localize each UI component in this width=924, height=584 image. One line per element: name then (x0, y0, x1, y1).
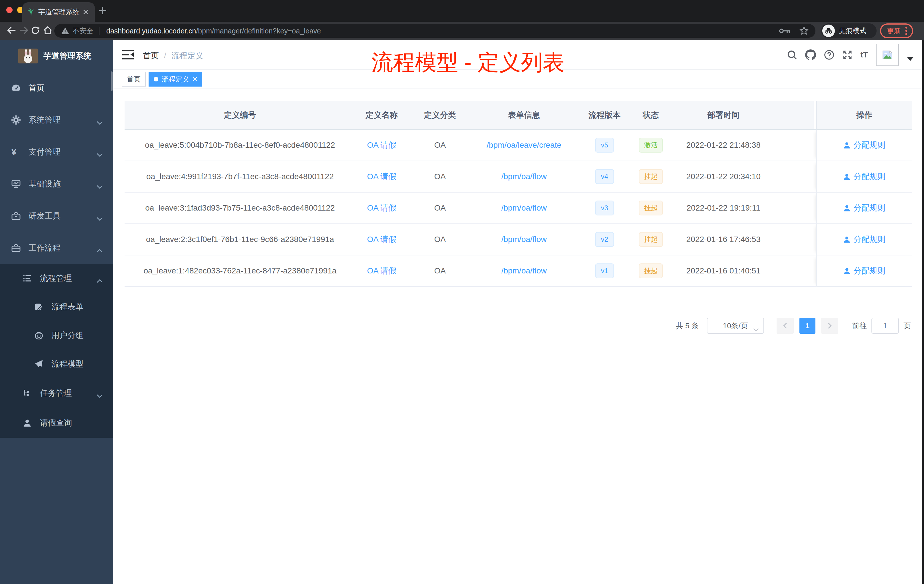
sidebar-item-system[interactable]: 系统管理 (0, 104, 113, 136)
sidebar-collapse-icon[interactable] (122, 50, 134, 62)
version-badge: v5 (595, 138, 614, 153)
sidebar-item-label: 基础设施 (28, 178, 61, 190)
version-badge: v3 (595, 201, 614, 215)
definition-category: OA (408, 224, 472, 255)
sidebar-item-workflow[interactable]: 工作流程 (0, 232, 113, 264)
password-key-icon[interactable] (779, 28, 790, 34)
assign-rule-button[interactable]: 分配规则 (843, 234, 885, 245)
form-link[interactable]: /bpm/oa/flow (502, 235, 547, 244)
deploy-time: 2022-01-16 01:40:51 (668, 256, 778, 286)
window-right-edge (922, 40, 924, 584)
browser-toolbar: 不安全 dashboard.yudao.iocoder.cn/bpm/manag… (0, 22, 924, 40)
assign-rule-button[interactable]: 分配规则 (843, 171, 885, 182)
sidebar-item-label: 流程管理 (40, 273, 72, 284)
column-header: 操作 (816, 101, 912, 129)
back-icon[interactable] (7, 26, 16, 37)
not-secure-label[interactable]: 不安全 (73, 26, 93, 35)
forward-icon[interactable] (19, 26, 28, 37)
chevron-up-icon (97, 276, 103, 285)
close-tag-icon[interactable] (193, 77, 197, 81)
pagination-total: 共 5 条 (676, 321, 699, 331)
definition-name-link[interactable]: OA 请假 (367, 203, 396, 213)
definition-id: oa_leave:4:991f2193-7b7f-11ec-a3c8-acde4… (125, 161, 355, 192)
sidebar-item-process-form[interactable]: 流程表单 (0, 292, 113, 321)
help-question-icon[interactable] (824, 50, 834, 60)
url-text: dashboard.yudao.iocoder.cn/bpm/manager/d… (106, 27, 321, 35)
browser-tab[interactable]: 芋道管理系统 (22, 2, 95, 22)
sidebar-item-label: 系统管理 (28, 115, 61, 125)
bookmark-star-icon[interactable] (799, 26, 808, 35)
app-logo-row[interactable]: 芋道管理系统 (0, 40, 113, 72)
browser-menu-dots-icon[interactable] (905, 26, 908, 35)
sidebar: 芋道管理系统 首页 系统管理 ¥ 支付管理 (0, 40, 113, 584)
definition-table: 定义编号 定义名称 定义分类 表单信息 流程版本 状态 部署时间 操作 oa_l… (125, 101, 912, 287)
incognito-label: 无痕模式 (839, 26, 866, 35)
address-bar[interactable]: 不安全 dashboard.yudao.iocoder.cn/bpm/manag… (54, 24, 815, 38)
sidebar-item-infrastructure[interactable]: 基础设施 (0, 168, 113, 200)
user-group-icon (34, 332, 48, 340)
assign-rule-button[interactable]: 分配规则 (843, 203, 885, 213)
sidebar-scrollbar[interactable] (111, 71, 112, 91)
table-row: oa_leave:1:482ec033-762a-11ec-8477-a2380… (125, 256, 912, 287)
home-icon[interactable] (43, 26, 53, 37)
sidebar-item-home[interactable]: 首页 (0, 72, 113, 104)
definition-name-link[interactable]: OA 请假 (367, 171, 396, 182)
browser-update-button[interactable]: 更新 (880, 23, 913, 38)
github-icon[interactable] (805, 49, 816, 60)
breadcrumb-home[interactable]: 首页 (143, 50, 159, 61)
tab-title: 芋道管理系统 (38, 7, 81, 16)
breadcrumb: 首页 / 流程定义 (143, 50, 203, 61)
page-size-select[interactable]: 10条/页 (707, 318, 764, 334)
assign-rule-button[interactable]: 分配规则 (843, 266, 885, 276)
sidebar-item-dev-tools[interactable]: 研发工具 (0, 200, 113, 232)
prev-page-button[interactable] (777, 318, 794, 334)
avatar[interactable] (876, 44, 899, 66)
page-size-value: 10条/页 (723, 321, 748, 331)
definition-id: oa_leave:3:1fad3d93-7b75-11ec-a3c8-acde4… (125, 193, 355, 223)
tag-label: 流程定义 (162, 74, 189, 84)
sidebar-item-user-group[interactable]: 用户分组 (0, 321, 113, 350)
form-link[interactable]: /bpm/oa/flow (502, 266, 547, 276)
page-unit-label: 页 (903, 321, 911, 331)
form-link[interactable]: /bpm/oa/leave/create (487, 140, 561, 150)
fullscreen-icon[interactable] (842, 50, 853, 60)
table-row: oa_leave:3:1fad3d93-7b75-11ec-a3c8-acde4… (125, 193, 912, 224)
status-badge: 挂起 (639, 264, 663, 278)
sidebar-item-label: 研发工具 (28, 211, 61, 221)
avatar-caret-down-icon[interactable] (907, 57, 914, 61)
close-window-button[interactable] (6, 7, 13, 13)
definition-name-link[interactable]: OA 请假 (367, 140, 396, 150)
version-badge: v2 (595, 232, 614, 247)
active-dot-icon (154, 77, 158, 81)
reload-icon[interactable] (31, 26, 40, 37)
assign-rule-button[interactable]: 分配规则 (843, 140, 885, 150)
sidebar-item-process-management[interactable]: 流程管理 (0, 264, 113, 292)
sidebar-item-label: 请假查询 (40, 417, 72, 428)
breadcrumb-current: 流程定义 (172, 50, 203, 61)
url-host: dashboard.yudao.iocoder.cn (106, 27, 196, 35)
sidebar-item-process-model[interactable]: 流程模型 (0, 350, 113, 378)
search-icon[interactable] (787, 50, 797, 60)
sidebar-item-payment[interactable]: ¥ 支付管理 (0, 136, 113, 168)
tag-process-definition[interactable]: 流程定义 (148, 72, 202, 87)
next-page-button[interactable] (821, 318, 838, 334)
tag-home[interactable]: 首页 (122, 72, 146, 87)
goto-page-input[interactable]: 1 (871, 318, 899, 334)
page-number-button[interactable]: 1 (799, 318, 815, 334)
tree-icon (23, 389, 36, 397)
tag-label: 首页 (127, 74, 140, 84)
definition-category: OA (408, 256, 472, 286)
yen-icon: ¥ (12, 148, 25, 156)
sidebar-item-task-management[interactable]: 任务管理 (0, 378, 113, 408)
font-size-icon[interactable]: tT (861, 50, 868, 59)
not-secure-warning-icon (61, 27, 69, 34)
new-tab-icon[interactable] (98, 6, 107, 17)
definition-name-link[interactable]: OA 请假 (367, 234, 396, 245)
form-link[interactable]: /bpm/oa/flow (502, 172, 547, 181)
close-tab-icon[interactable] (81, 7, 90, 16)
sidebar-item-leave-query[interactable]: 请假查询 (0, 408, 113, 438)
sidebar-item-label: 任务管理 (40, 388, 72, 399)
table-row: oa_leave:2:3c1f0ef1-76b1-11ec-9c66-a2380… (125, 224, 912, 256)
definition-name-link[interactable]: OA 请假 (367, 266, 396, 276)
form-link[interactable]: /bpm/oa/flow (502, 203, 547, 213)
